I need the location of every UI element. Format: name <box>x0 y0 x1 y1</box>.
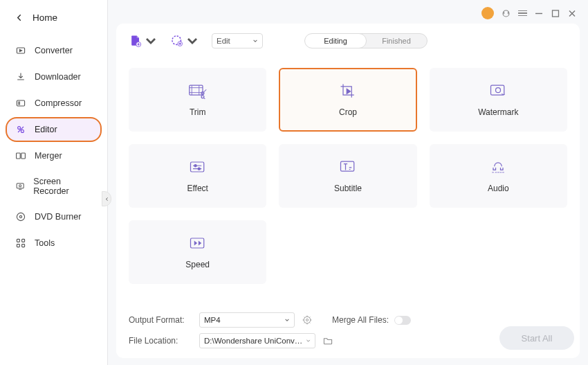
select-value: D:\Wondershare UniConverter 1 <box>204 337 306 345</box>
sidebar-item-editor[interactable]: Editor <box>6 117 102 142</box>
tile-label: Speed <box>185 260 210 269</box>
folder-icon[interactable] <box>322 335 333 346</box>
status-toggle: Editing Finished <box>304 33 428 48</box>
svg-rect-15 <box>553 10 559 17</box>
editor-icon <box>15 124 26 135</box>
record-icon <box>170 34 184 48</box>
tile-speed[interactable]: Speed <box>129 220 266 284</box>
file-location-label: File Location: <box>129 336 192 346</box>
tile-audio[interactable]: Audio <box>430 144 567 208</box>
hamburger-menu-icon[interactable] <box>518 10 527 17</box>
sidebar-item-downloader[interactable]: Downloader <box>6 64 102 89</box>
settings-icon[interactable] <box>302 314 313 326</box>
sidebar-item-label: Converter <box>35 46 73 55</box>
tile-watermark[interactable]: Watermark <box>430 68 567 132</box>
home-label: Home <box>33 12 57 23</box>
select-value: Edit <box>217 37 230 45</box>
sidebar-item-label: Merger <box>35 151 62 161</box>
chevron-down-icon <box>306 338 311 344</box>
output-format-select[interactable]: MP4 <box>199 312 295 328</box>
svg-rect-27 <box>340 161 353 171</box>
tools-icon <box>15 238 26 249</box>
merger-icon <box>15 150 26 161</box>
window-maximize-button[interactable] <box>551 8 560 18</box>
chevron-left-icon <box>15 14 23 21</box>
svg-rect-5 <box>21 153 26 159</box>
merge-all-control: Merge All Files: <box>332 315 411 325</box>
chevron-left-icon <box>104 197 109 202</box>
main-panel: Edit Editing Finished Trim Crop <box>108 0 588 365</box>
edit-mode-select[interactable]: Edit <box>212 33 263 48</box>
sidebar-item-merger[interactable]: Merger <box>6 143 102 168</box>
sidebar-item-converter[interactable]: Converter <box>6 38 102 63</box>
editor-tiles-grid: Trim Crop Watermark Effect Subtitle <box>129 68 567 284</box>
tab-finished[interactable]: Finished <box>366 34 427 48</box>
svg-point-8 <box>17 213 24 220</box>
converter-icon <box>15 45 26 56</box>
subtitle-icon <box>338 159 358 175</box>
svg-rect-6 <box>17 184 24 188</box>
window-minimize-button[interactable] <box>534 8 544 18</box>
audio-icon <box>488 159 508 175</box>
svg-point-30 <box>306 319 308 321</box>
svg-rect-19 <box>189 85 202 95</box>
sidebar-item-label: Downloader <box>35 72 81 82</box>
svg-rect-13 <box>22 244 25 247</box>
sidebar-item-label: Compressor <box>35 98 82 108</box>
sidebar-item-dvd-burner[interactable]: DVD Burner <box>6 204 102 229</box>
chevron-down-icon <box>144 34 158 48</box>
content-card: Edit Editing Finished Trim Crop <box>116 24 580 358</box>
home-button[interactable]: Home <box>0 6 107 38</box>
sidebar-item-compressor[interactable]: Compressor <box>6 91 102 116</box>
toolbar: Edit Editing Finished <box>129 33 567 48</box>
svg-rect-4 <box>17 153 21 159</box>
tile-trim[interactable]: Trim <box>129 68 266 132</box>
svg-point-7 <box>19 185 21 187</box>
dvd-icon <box>15 211 26 222</box>
window-close-button[interactable] <box>567 8 577 18</box>
file-location-select[interactable]: D:\Wondershare UniConverter 1 <box>199 333 315 348</box>
tile-label: Watermark <box>478 107 518 117</box>
tab-editing[interactable]: Editing <box>304 33 367 48</box>
watermark-icon <box>488 82 508 99</box>
record-button[interactable] <box>170 34 199 48</box>
svg-rect-11 <box>22 239 25 242</box>
titlebar <box>116 6 580 24</box>
trim-icon <box>188 82 208 99</box>
svg-point-2 <box>18 127 21 130</box>
sidebar-item-label: Tools <box>35 238 55 248</box>
start-all-button[interactable]: Start All <box>499 326 574 350</box>
svg-point-25 <box>194 165 196 167</box>
svg-rect-12 <box>17 244 19 247</box>
tile-label: Trim <box>190 107 206 117</box>
add-file-button[interactable] <box>129 34 158 48</box>
compressor-icon <box>15 98 26 109</box>
chevron-down-icon <box>252 38 258 44</box>
crop-icon <box>338 82 358 99</box>
sidebar: Home Converter Downloader Compressor Edi… <box>0 0 108 365</box>
start-all-label: Start All <box>522 333 553 344</box>
speed-icon <box>188 235 208 251</box>
svg-rect-10 <box>17 239 19 242</box>
output-format-label: Output Format: <box>129 315 192 325</box>
tile-label: Crop <box>339 107 357 117</box>
svg-point-21 <box>201 96 204 98</box>
sidebar-item-label: Editor <box>35 125 57 134</box>
avatar[interactable] <box>481 7 494 19</box>
merge-toggle[interactable] <box>394 316 411 325</box>
support-icon[interactable] <box>501 8 511 19</box>
chevron-down-icon <box>284 317 290 323</box>
svg-rect-24 <box>190 162 203 172</box>
tile-effect[interactable]: Effect <box>129 144 266 208</box>
screen-recorder-icon <box>15 181 25 192</box>
sidebar-item-tools[interactable]: Tools <box>6 231 102 256</box>
svg-point-23 <box>496 88 501 93</box>
tile-crop[interactable]: Crop <box>279 68 416 132</box>
sidebar-item-screen-recorder[interactable]: Screen Recorder <box>6 170 102 203</box>
select-value: MP4 <box>204 316 221 324</box>
svg-rect-1 <box>17 100 24 106</box>
tile-subtitle[interactable]: Subtitle <box>279 144 416 208</box>
effect-icon <box>188 159 208 175</box>
tile-label: Effect <box>187 184 208 193</box>
svg-point-3 <box>21 130 24 132</box>
